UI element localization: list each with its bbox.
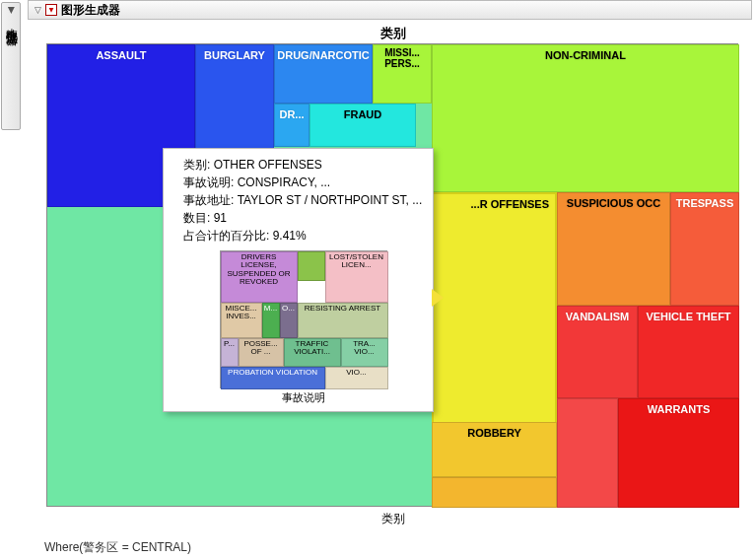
cell-dr[interactable]: DR... [274, 104, 309, 147]
mini-cell: DRIVERS LICENSE, SUSPENDED OR REVOKED [221, 251, 298, 303]
side-panel-label: 本地数据过滤器 [3, 19, 20, 26]
panel-hotspot-icon[interactable]: ▲ [45, 4, 57, 16]
cell-filler-bm[interactable] [432, 477, 557, 508]
cell-trespass[interactable]: TRESPASS [670, 192, 739, 306]
mini-cell: PROBATION VIOLATION [221, 367, 325, 389]
axis-title-top: 类别 [44, 24, 742, 43]
where-clause: Where(警务区 = CENTRAL) [44, 539, 191, 556]
axis-title-bottom: 类别 [44, 511, 742, 527]
mini-cell: TRA... VIO... [341, 338, 388, 367]
side-panel-tab[interactable]: ▶ 本地数据过滤器 [1, 2, 21, 130]
tooltip-mini-treemap: DRIVERS LICENSE, SUSPENDED OR REVOKED IN… [220, 250, 387, 388]
cell-suspicious[interactable]: SUSPICIOUS OCC [557, 192, 670, 306]
panel-title: 图形生成器 [61, 2, 120, 19]
mini-cell: POSSE... OF ... [239, 338, 284, 367]
mini-cell: MISCE... INVES... [221, 303, 262, 338]
mini-cell: RESISTING ARREST [298, 303, 388, 338]
disclosure-icon[interactable]: ▽ [33, 5, 42, 15]
cell-drug[interactable]: DRUG/NARCOTIC [274, 44, 373, 104]
mini-cell: VIO... [325, 367, 388, 389]
hover-tooltip: 类别: OTHER OFFENSES 事故说明: CONSPIRACY, ...… [163, 148, 434, 412]
cell-other-offenses[interactable]: ...R OFFENSES [432, 192, 557, 452]
panel-header: ▽ ▲ 图形生成器 [28, 0, 752, 20]
cell-vandalism[interactable]: VANDALISM [557, 306, 638, 398]
cell-missing[interactable]: MISSI... PERS... [373, 44, 432, 104]
mini-cell: TRAFFIC VIOLATI... [284, 338, 341, 367]
cell-robbery[interactable]: ROBBERY [432, 422, 557, 477]
cell-vehicle-theft[interactable]: VEHICLE THEFT [638, 306, 739, 398]
tooltip-line-pct: 占合计的百分比: 9.41% [183, 228, 423, 245]
cell-fraud[interactable]: FRAUD [309, 104, 416, 147]
tooltip-line-category: 类别: OTHER OFFENSES [183, 157, 423, 174]
tooltip-line-count: 数目: 91 [183, 210, 423, 227]
mini-caption: 事故说明 [183, 390, 423, 405]
highlight-marker-icon [432, 289, 444, 307]
cell-warrants[interactable]: WARRANTS [618, 398, 739, 508]
tooltip-line-desc: 事故说明: CONSPIRACY, ... [183, 175, 423, 191]
mini-cell: LOST/STOLEN LICEN... [325, 251, 388, 303]
mini-cell [298, 251, 325, 281]
cell-noncriminal[interactable]: NON-CRIMINAL [432, 44, 739, 192]
mini-cell: P... [221, 338, 239, 367]
tooltip-line-address: 事故地址: TAYLOR ST / NORTHPOINT ST, ... [183, 192, 423, 209]
mini-cell: M... [262, 303, 280, 338]
expand-icon: ▶ [6, 7, 16, 14]
mini-cell: O... [280, 303, 298, 338]
cell-filler-br[interactable] [557, 398, 618, 508]
